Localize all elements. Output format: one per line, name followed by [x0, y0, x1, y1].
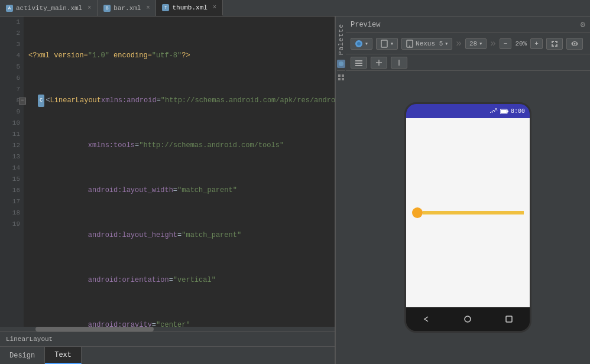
tab-label-activity: activity_main.xml [16, 5, 82, 12]
fit-screen-button[interactable] [546, 38, 563, 50]
horizontal-scrollbar[interactable] [0, 327, 335, 332]
preview-controls: ⚙ [581, 20, 585, 30]
svg-rect-1 [338, 74, 341, 77]
separator2: » [490, 38, 496, 49]
scrollbar-thumb[interactable] [35, 327, 154, 332]
tab-label-thumb: thumb.xml [172, 4, 207, 11]
palette-divider [337, 70, 345, 71]
code-line-5: android:layout_height="match_parent" [28, 230, 335, 241]
svg-rect-11 [355, 60, 362, 61]
code-line-1: <?xml version="1.0" encoding="utf-8"?> ▼ [28, 50, 335, 61]
api-label: 28 [469, 40, 477, 47]
svg-point-6 [357, 42, 361, 46]
main-area: 1 2 3 4 5 6 7 8 9 10 11 12 13 14 15 16 1… [0, 17, 590, 364]
tab-text-label: Text [54, 351, 72, 359]
tab-bar: A activity_main.xml × B bar.xml × T thum… [0, 0, 590, 17]
tab-thumb-xml[interactable]: T thumb.xml × [156, 0, 222, 16]
device-selector[interactable]: Nexus 5 ▾ [401, 38, 452, 50]
palette-label: Palette [338, 24, 345, 55]
preview-toolbar: ▾ ▾ Nexus 5 ▾ » [346, 33, 590, 54]
device-dropdown: ▾ [445, 40, 448, 47]
line1-text: <?xml version="1.0" encoding="utf-8"?> [28, 50, 190, 61]
zoom-out-button[interactable]: − [500, 38, 512, 49]
preview-header: Preview ⚙ [346, 17, 590, 33]
battery-icon [500, 108, 508, 114]
phone-nav-bar [406, 307, 530, 331]
tab-activity-main[interactable]: A activity_main.xml × [0, 0, 98, 16]
palette-grid-icon[interactable] [337, 73, 345, 82]
nav-back-icon [421, 313, 433, 325]
code-line-3: xmlns:tools="http://schemas.android.com/… [28, 140, 335, 151]
preview-content: 8:00 [346, 71, 590, 364]
c-badge: C [38, 95, 44, 107]
phone-time: 8:00 [511, 108, 525, 115]
code-area[interactable]: 1 2 3 4 5 6 7 8 9 10 11 12 13 14 15 16 1… [0, 17, 335, 327]
phone-mockup: 8:00 [404, 102, 531, 333]
palette-color-icon[interactable] [337, 60, 345, 68]
separator: » [456, 38, 462, 49]
seekbar [412, 207, 524, 218]
eye-button[interactable] [566, 38, 583, 50]
line-numbers: 1 2 3 4 5 6 7 8 9 10 11 12 13 14 15 16 1… [0, 17, 24, 327]
tab-close-thumb[interactable]: × [213, 4, 216, 11]
tab-icon-activity: A [6, 5, 13, 12]
tab-design-label: Design [9, 352, 35, 360]
tab-bar-xml[interactable]: B bar.xml × [98, 0, 156, 16]
phone-status-bar: 8:00 [406, 104, 530, 118]
tab-icon-thumb: T [162, 4, 169, 11]
code-editor[interactable]: <?xml version="1.0" encoding="utf-8"?> ▼… [24, 17, 335, 327]
fold-icon-2[interactable]: − [19, 98, 26, 105]
tab-close-activity[interactable]: × [87, 5, 91, 11]
status-bar: LinearLayout [0, 332, 335, 346]
svg-rect-7 [381, 40, 387, 47]
svg-point-17 [465, 316, 471, 322]
svg-rect-18 [506, 316, 512, 322]
bottom-tabs: Design Text [0, 346, 335, 364]
svg-rect-3 [338, 78, 341, 80]
palette-sidebar: Palette [335, 17, 346, 364]
code-line-7: android:gravity="center" [28, 320, 335, 327]
theme-label: ▾ [365, 40, 368, 47]
status-text: LinearLayout [6, 336, 53, 343]
preview-title: Preview [351, 21, 380, 29]
nav-home-icon [462, 313, 474, 325]
layout-toolbar [346, 54, 590, 71]
orientation-label: ▾ [390, 40, 394, 47]
seekbar-thumb [412, 207, 423, 218]
svg-point-9 [409, 46, 410, 47]
code-line-2: − C <LinearLayout xmlns:android="http://… [28, 95, 335, 106]
svg-rect-13 [355, 65, 362, 66]
code-line-4: android:layout_width="match_parent" [28, 185, 335, 196]
api-dropdown: ▾ [479, 40, 482, 47]
orientation-picker[interactable]: ▾ [376, 38, 398, 50]
zoom-in-button[interactable]: + [530, 38, 543, 49]
phone-app-content [406, 118, 530, 307]
svg-rect-4 [342, 78, 344, 80]
device-name: Nexus 5 [416, 40, 443, 47]
theme-picker[interactable]: ▾ [351, 38, 372, 50]
seekbar-track [423, 211, 524, 214]
nav-recents-icon [503, 313, 515, 325]
svg-rect-2 [342, 74, 344, 77]
code-line-6: android:orientation="vertical" [28, 275, 335, 286]
svg-point-10 [573, 43, 575, 44]
api-selector[interactable]: 28 ▾ [465, 38, 487, 49]
gear-icon[interactable]: ⚙ [581, 20, 585, 30]
tab-text[interactable]: Text [45, 347, 82, 364]
svg-point-0 [339, 61, 343, 66]
preview-panel: Palette [335, 17, 590, 364]
tab-label-bar: bar.xml [114, 5, 141, 12]
svg-rect-16 [501, 110, 507, 113]
layout-btn-2[interactable] [371, 57, 387, 69]
layout-btn-1[interactable] [351, 57, 367, 69]
signal-icon [489, 108, 498, 114]
layout-btn-3[interactable] [391, 57, 407, 69]
tab-close-bar[interactable]: × [146, 5, 150, 11]
tab-design[interactable]: Design [0, 347, 45, 364]
svg-rect-15 [507, 110, 508, 112]
zoom-level: 20% [515, 40, 527, 47]
svg-rect-12 [355, 63, 362, 64]
editor-panel: 1 2 3 4 5 6 7 8 9 10 11 12 13 14 15 16 1… [0, 17, 335, 364]
tab-icon-bar: B [103, 5, 111, 12]
